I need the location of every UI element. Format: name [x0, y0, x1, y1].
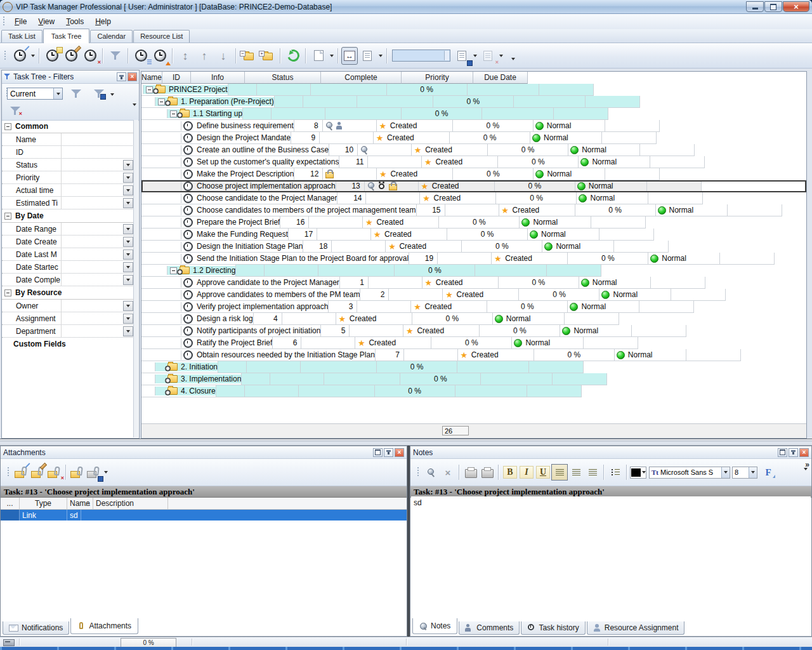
bold-button[interactable]: B	[502, 464, 518, 481]
menu-item[interactable]: Help	[89, 15, 117, 28]
collapse-expander-icon[interactable]	[146, 86, 153, 93]
filter-row[interactable]: Date Comple	[2, 274, 134, 286]
panel-tab[interactable]: Task history	[521, 621, 585, 635]
save-layout-button[interactable]	[452, 47, 471, 65]
filter-row[interactable]: Date Last M	[2, 248, 134, 261]
add-task-button[interactable]	[43, 47, 62, 65]
font-size-combobox[interactable]: 8	[732, 467, 757, 479]
view-tab[interactable]: Task Tree	[43, 29, 90, 43]
export-dropdown[interactable]	[328, 47, 335, 65]
filter-row[interactable]: Custom Fields	[2, 338, 134, 350]
table-row[interactable]: Make the Funding Request 17 ★Created 0 %…	[141, 229, 806, 241]
filter-row[interactable]: Common	[2, 120, 134, 133]
filter-row[interactable]: By Date	[2, 209, 134, 223]
delete-note-button[interactable]: ×	[440, 464, 456, 481]
close-panel-button[interactable]: ×	[128, 72, 137, 81]
panel-tab[interactable]: Notes	[412, 618, 457, 634]
filter-dropdown-button[interactable]	[123, 262, 133, 272]
filter-row[interactable]: Priority	[2, 171, 134, 184]
task-priority-button[interactable]	[150, 47, 169, 65]
export-button[interactable]	[309, 47, 328, 65]
panel-tab[interactable]: Notifications	[3, 621, 69, 635]
save-attachment-button[interactable]	[86, 464, 102, 481]
filter-dropdown-button[interactable]	[123, 224, 133, 234]
collapse-box-icon[interactable]	[4, 123, 11, 130]
table-row[interactable]: Approve candidates to members of the PM …	[141, 289, 806, 301]
filter-row[interactable]: Actual time	[2, 184, 134, 197]
column-header-description[interactable]: Description	[93, 498, 168, 509]
underline-button[interactable]: U	[535, 464, 551, 481]
refresh-button[interactable]	[284, 47, 303, 65]
view-tab[interactable]: Task List	[1, 30, 43, 43]
filter-row[interactable]: Status	[2, 159, 134, 171]
table-row[interactable]: Prepare the Project Brief 16 ★Created 0 …	[141, 216, 806, 229]
save-note-button[interactable]	[423, 464, 440, 481]
view-tab[interactable]: Calendar	[90, 30, 133, 43]
save-filter-dropdown[interactable]	[108, 86, 115, 103]
filter-dropdown-button[interactable]	[123, 275, 133, 285]
add-attachment-button[interactable]	[13, 464, 30, 481]
table-row[interactable]: Obtain resources needed by the Initiatio…	[141, 349, 806, 361]
font-dialog-button[interactable]: F	[760, 464, 776, 481]
panel-tab[interactable]: Attachments	[70, 618, 138, 634]
notes-toolbar-options[interactable]	[804, 470, 808, 482]
delete-task-button[interactable]	[81, 47, 100, 65]
panel-tab[interactable]: Comments	[459, 621, 520, 635]
table-row[interactable]: Define business requirement 8 ★Created 0…	[141, 120, 806, 132]
edit-attachment-button[interactable]	[30, 464, 46, 481]
text-color-picker[interactable]	[630, 467, 646, 479]
apply-filter-button[interactable]	[68, 86, 84, 101]
note-content-editor[interactable]: sd	[411, 496, 811, 618]
maximize-panel-button[interactable]	[373, 448, 383, 457]
table-row[interactable]: Send the Initiation Stage Plan to the Pr…	[141, 253, 806, 265]
pin-panel-button[interactable]	[789, 448, 798, 457]
table-row[interactable]: Design the Initiation Stage Plan 18 ★Cre…	[141, 241, 806, 253]
grid-settings-button[interactable]	[358, 47, 377, 65]
table-row[interactable]: Approve candidate to the Project Manager…	[141, 277, 806, 289]
filter-preset-combobox[interactable]: Current	[7, 88, 63, 100]
window-titlebar[interactable]: VIP Task Manager Professional [ User: Ad…	[0, 0, 812, 14]
column-header-type[interactable]: Type	[20, 498, 67, 509]
column-header-complete[interactable]: Complete	[321, 72, 402, 84]
table-row[interactable]: Choose candidate to the Project Manager …	[141, 192, 806, 204]
table-row[interactable]: PRINCE2 Project ★ 0 %	[141, 84, 806, 96]
delete-layout-button[interactable]	[478, 47, 497, 65]
filter-row[interactable]: Assignment	[2, 312, 134, 325]
font-family-dropdown[interactable]	[721, 467, 730, 478]
filter-row[interactable]: Date Create	[2, 235, 134, 248]
filter-dropdown-button[interactable]	[123, 185, 133, 196]
menu-item[interactable]: View	[32, 15, 60, 28]
filter-dropdown-button[interactable]	[123, 249, 133, 260]
move-task-button[interactable]: ↕	[176, 47, 195, 65]
panel-tab[interactable]: Resource Assignment	[587, 621, 685, 635]
filters-toolbar-options[interactable]	[133, 106, 136, 117]
task-fields-button[interactable]	[131, 47, 150, 65]
column-header-id[interactable]: ID	[162, 72, 191, 84]
collapse-box-icon[interactable]	[4, 213, 11, 220]
table-row[interactable]: Choose candidates to members of the proj…	[141, 204, 806, 216]
column-header-due-date[interactable]: Due Date	[473, 72, 528, 84]
print-button[interactable]	[479, 464, 495, 481]
attachment-row[interactable]: Link sd	[1, 510, 407, 521]
filter-row[interactable]: Name	[2, 133, 134, 146]
table-row[interactable]: Notify participants of project initiatio…	[141, 325, 806, 337]
save-filter-button[interactable]	[91, 86, 107, 101]
table-row[interactable]: Design a risk log 4 ★Created 0 % Normal	[141, 313, 806, 325]
filter-row[interactable]: Estimated Ti	[2, 197, 134, 209]
column-header-priority[interactable]: Priority	[402, 72, 473, 84]
restore-button[interactable]	[764, 1, 782, 12]
filter-row[interactable]: By Resource	[2, 286, 134, 300]
column-header-name[interactable]: Name	[141, 72, 162, 84]
close-panel-button[interactable]: ×	[799, 448, 809, 457]
filter-row[interactable]: Date Startec	[2, 261, 134, 274]
table-row[interactable]: 4. Closure ★ 0 %	[141, 385, 806, 397]
filter-row[interactable]: Department	[2, 325, 134, 338]
collapse-expander-icon[interactable]	[158, 98, 165, 105]
table-row[interactable]: Design the Project Mandate 9 ★Created 0 …	[141, 132, 806, 144]
close-panel-button[interactable]: ×	[395, 448, 404, 457]
filter-dropdown-button[interactable]	[123, 301, 133, 311]
collapse-expander-icon[interactable]	[170, 267, 177, 274]
collapse-box-icon[interactable]	[4, 289, 11, 296]
filter-dropdown-button[interactable]	[123, 198, 133, 208]
table-row[interactable]: 2. Initiation ★ 0 %	[141, 361, 806, 373]
